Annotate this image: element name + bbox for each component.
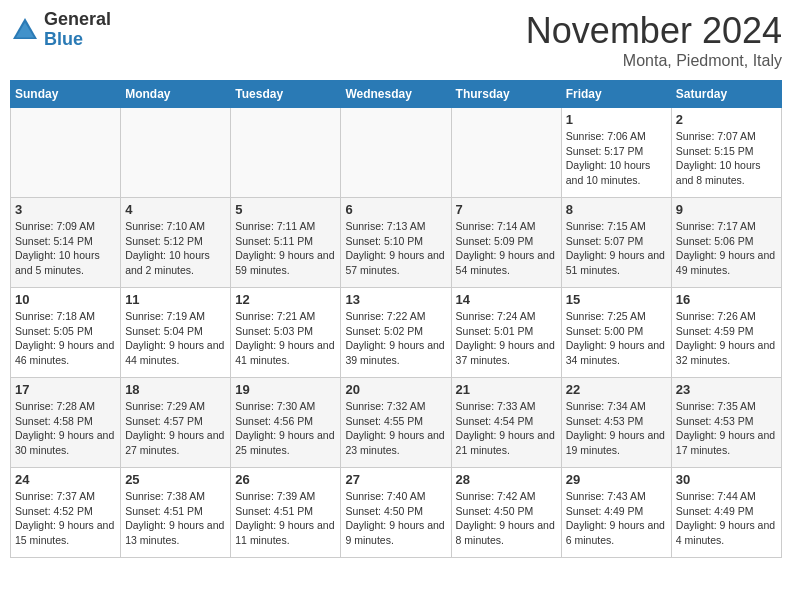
day-cell-5: 5Sunrise: 7:11 AM Sunset: 5:11 PM Daylig…	[231, 198, 341, 288]
day-info: Sunrise: 7:14 AM Sunset: 5:09 PM Dayligh…	[456, 219, 557, 278]
day-cell-3: 3Sunrise: 7:09 AM Sunset: 5:14 PM Daylig…	[11, 198, 121, 288]
logo-line2: Blue	[44, 30, 111, 50]
day-cell-29: 29Sunrise: 7:43 AM Sunset: 4:49 PM Dayli…	[561, 468, 671, 558]
month-title: November 2024	[526, 10, 782, 52]
day-number: 20	[345, 382, 446, 397]
day-cell-27: 27Sunrise: 7:40 AM Sunset: 4:50 PM Dayli…	[341, 468, 451, 558]
day-cell-11: 11Sunrise: 7:19 AM Sunset: 5:04 PM Dayli…	[121, 288, 231, 378]
day-info: Sunrise: 7:13 AM Sunset: 5:10 PM Dayligh…	[345, 219, 446, 278]
week-row-1: 1Sunrise: 7:06 AM Sunset: 5:17 PM Daylig…	[11, 108, 782, 198]
logo-text: General Blue	[44, 10, 111, 50]
day-number: 12	[235, 292, 336, 307]
day-cell-23: 23Sunrise: 7:35 AM Sunset: 4:53 PM Dayli…	[671, 378, 781, 468]
day-info: Sunrise: 7:40 AM Sunset: 4:50 PM Dayligh…	[345, 489, 446, 548]
day-number: 14	[456, 292, 557, 307]
empty-cell	[231, 108, 341, 198]
day-number: 17	[15, 382, 116, 397]
day-cell-12: 12Sunrise: 7:21 AM Sunset: 5:03 PM Dayli…	[231, 288, 341, 378]
weekday-header-saturday: Saturday	[671, 81, 781, 108]
day-cell-18: 18Sunrise: 7:29 AM Sunset: 4:57 PM Dayli…	[121, 378, 231, 468]
day-info: Sunrise: 7:10 AM Sunset: 5:12 PM Dayligh…	[125, 219, 226, 278]
day-info: Sunrise: 7:19 AM Sunset: 5:04 PM Dayligh…	[125, 309, 226, 368]
day-info: Sunrise: 7:38 AM Sunset: 4:51 PM Dayligh…	[125, 489, 226, 548]
day-cell-30: 30Sunrise: 7:44 AM Sunset: 4:49 PM Dayli…	[671, 468, 781, 558]
day-info: Sunrise: 7:37 AM Sunset: 4:52 PM Dayligh…	[15, 489, 116, 548]
calendar-table: SundayMondayTuesdayWednesdayThursdayFrid…	[10, 80, 782, 558]
page-header: General Blue November 2024 Monta, Piedmo…	[10, 10, 782, 70]
day-number: 9	[676, 202, 777, 217]
logo-icon	[10, 15, 40, 45]
day-cell-1: 1Sunrise: 7:06 AM Sunset: 5:17 PM Daylig…	[561, 108, 671, 198]
day-cell-25: 25Sunrise: 7:38 AM Sunset: 4:51 PM Dayli…	[121, 468, 231, 558]
day-info: Sunrise: 7:30 AM Sunset: 4:56 PM Dayligh…	[235, 399, 336, 458]
day-number: 30	[676, 472, 777, 487]
day-cell-9: 9Sunrise: 7:17 AM Sunset: 5:06 PM Daylig…	[671, 198, 781, 288]
day-number: 27	[345, 472, 446, 487]
day-cell-15: 15Sunrise: 7:25 AM Sunset: 5:00 PM Dayli…	[561, 288, 671, 378]
empty-cell	[11, 108, 121, 198]
day-number: 19	[235, 382, 336, 397]
day-info: Sunrise: 7:32 AM Sunset: 4:55 PM Dayligh…	[345, 399, 446, 458]
logo: General Blue	[10, 10, 111, 50]
day-info: Sunrise: 7:11 AM Sunset: 5:11 PM Dayligh…	[235, 219, 336, 278]
day-info: Sunrise: 7:18 AM Sunset: 5:05 PM Dayligh…	[15, 309, 116, 368]
weekday-header-wednesday: Wednesday	[341, 81, 451, 108]
day-info: Sunrise: 7:28 AM Sunset: 4:58 PM Dayligh…	[15, 399, 116, 458]
day-number: 6	[345, 202, 446, 217]
day-number: 29	[566, 472, 667, 487]
day-number: 23	[676, 382, 777, 397]
day-info: Sunrise: 7:17 AM Sunset: 5:06 PM Dayligh…	[676, 219, 777, 278]
week-row-4: 17Sunrise: 7:28 AM Sunset: 4:58 PM Dayli…	[11, 378, 782, 468]
day-cell-8: 8Sunrise: 7:15 AM Sunset: 5:07 PM Daylig…	[561, 198, 671, 288]
day-info: Sunrise: 7:29 AM Sunset: 4:57 PM Dayligh…	[125, 399, 226, 458]
day-info: Sunrise: 7:24 AM Sunset: 5:01 PM Dayligh…	[456, 309, 557, 368]
day-number: 1	[566, 112, 667, 127]
day-info: Sunrise: 7:42 AM Sunset: 4:50 PM Dayligh…	[456, 489, 557, 548]
week-row-5: 24Sunrise: 7:37 AM Sunset: 4:52 PM Dayli…	[11, 468, 782, 558]
title-block: November 2024 Monta, Piedmont, Italy	[526, 10, 782, 70]
day-cell-22: 22Sunrise: 7:34 AM Sunset: 4:53 PM Dayli…	[561, 378, 671, 468]
day-info: Sunrise: 7:21 AM Sunset: 5:03 PM Dayligh…	[235, 309, 336, 368]
day-number: 3	[15, 202, 116, 217]
day-number: 5	[235, 202, 336, 217]
logo-line1: General	[44, 10, 111, 30]
weekday-header-thursday: Thursday	[451, 81, 561, 108]
empty-cell	[121, 108, 231, 198]
day-cell-13: 13Sunrise: 7:22 AM Sunset: 5:02 PM Dayli…	[341, 288, 451, 378]
day-cell-10: 10Sunrise: 7:18 AM Sunset: 5:05 PM Dayli…	[11, 288, 121, 378]
location: Monta, Piedmont, Italy	[526, 52, 782, 70]
day-info: Sunrise: 7:25 AM Sunset: 5:00 PM Dayligh…	[566, 309, 667, 368]
day-cell-7: 7Sunrise: 7:14 AM Sunset: 5:09 PM Daylig…	[451, 198, 561, 288]
day-cell-20: 20Sunrise: 7:32 AM Sunset: 4:55 PM Dayli…	[341, 378, 451, 468]
day-cell-6: 6Sunrise: 7:13 AM Sunset: 5:10 PM Daylig…	[341, 198, 451, 288]
day-number: 16	[676, 292, 777, 307]
day-info: Sunrise: 7:22 AM Sunset: 5:02 PM Dayligh…	[345, 309, 446, 368]
day-number: 10	[15, 292, 116, 307]
day-cell-16: 16Sunrise: 7:26 AM Sunset: 4:59 PM Dayli…	[671, 288, 781, 378]
day-number: 28	[456, 472, 557, 487]
day-number: 7	[456, 202, 557, 217]
day-number: 21	[456, 382, 557, 397]
day-cell-21: 21Sunrise: 7:33 AM Sunset: 4:54 PM Dayli…	[451, 378, 561, 468]
day-cell-19: 19Sunrise: 7:30 AM Sunset: 4:56 PM Dayli…	[231, 378, 341, 468]
day-number: 11	[125, 292, 226, 307]
day-number: 18	[125, 382, 226, 397]
weekday-header-friday: Friday	[561, 81, 671, 108]
empty-cell	[451, 108, 561, 198]
day-number: 13	[345, 292, 446, 307]
day-cell-2: 2Sunrise: 7:07 AM Sunset: 5:15 PM Daylig…	[671, 108, 781, 198]
week-row-2: 3Sunrise: 7:09 AM Sunset: 5:14 PM Daylig…	[11, 198, 782, 288]
weekday-header-tuesday: Tuesday	[231, 81, 341, 108]
day-info: Sunrise: 7:34 AM Sunset: 4:53 PM Dayligh…	[566, 399, 667, 458]
weekday-header-sunday: Sunday	[11, 81, 121, 108]
day-cell-4: 4Sunrise: 7:10 AM Sunset: 5:12 PM Daylig…	[121, 198, 231, 288]
day-info: Sunrise: 7:33 AM Sunset: 4:54 PM Dayligh…	[456, 399, 557, 458]
day-number: 4	[125, 202, 226, 217]
empty-cell	[341, 108, 451, 198]
day-cell-14: 14Sunrise: 7:24 AM Sunset: 5:01 PM Dayli…	[451, 288, 561, 378]
week-row-3: 10Sunrise: 7:18 AM Sunset: 5:05 PM Dayli…	[11, 288, 782, 378]
day-info: Sunrise: 7:39 AM Sunset: 4:51 PM Dayligh…	[235, 489, 336, 548]
day-info: Sunrise: 7:43 AM Sunset: 4:49 PM Dayligh…	[566, 489, 667, 548]
weekday-header-monday: Monday	[121, 81, 231, 108]
day-info: Sunrise: 7:15 AM Sunset: 5:07 PM Dayligh…	[566, 219, 667, 278]
